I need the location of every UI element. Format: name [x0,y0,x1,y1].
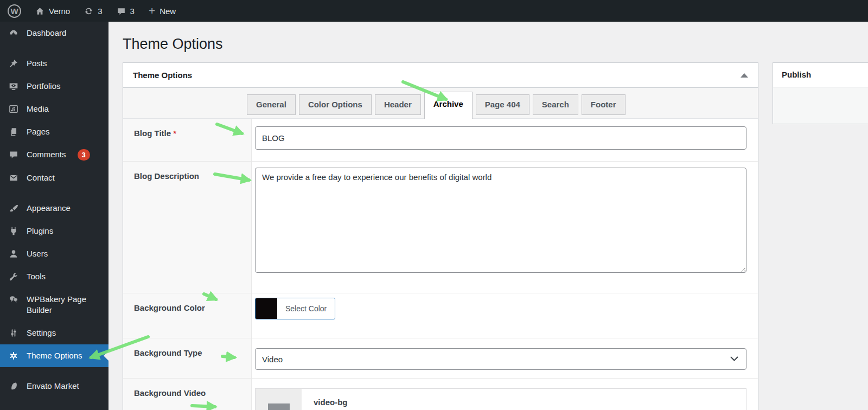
field-label: Background Type [123,338,252,378]
publish-box: Publish [773,62,868,124]
brush-icon [8,203,20,213]
tab-footer[interactable]: Footer [582,94,626,115]
form-row-blog-title: Blog Title * [123,119,758,161]
document-file-icon [268,403,290,410]
sidebar-item-label: Portfolios [27,81,61,92]
field-cell: We provide a free day to experience our … [252,162,758,293]
sidebar-item-label: WPBakery Page Builder [27,294,103,316]
field-cell: Video [252,338,758,378]
field-label: Blog Description [123,162,252,293]
collapse-toggle-icon[interactable] [741,73,748,78]
sidebar-item-label: Dashboard [27,28,66,39]
tab-page-404[interactable]: Page 404 [476,94,529,115]
field-label: Background Color [123,293,252,338]
sidebar-item-label: Media [27,104,49,114]
sidebar-item-label: Comments [27,149,66,160]
sidebar-item-label: Theme Options [27,350,82,361]
metabox-header: Theme Options [123,63,758,88]
sidebar-item-users[interactable]: Users [0,242,108,265]
form-row-background-color: Background Color Select Color [123,293,758,338]
attachment-filename: video-bg [302,389,348,410]
sidebar-item-wpbakery[interactable]: WPBakery Page Builder [0,288,108,322]
site-name-link[interactable]: Verno [35,7,70,16]
background-type-select[interactable]: Video [255,348,746,370]
pages-icon [8,127,20,137]
gear-icon [8,351,20,361]
media-icon [8,104,20,114]
page-title: Theme Options [108,22,868,53]
tab-strip: General Color Options Header Archive Pag… [123,88,758,119]
updates-count: 3 [98,7,102,16]
sidebar-item-envato-market[interactable]: Envato Market [0,375,108,398]
sidebar-item-label: Users [27,248,48,259]
wordpress-menu[interactable]: W [8,4,21,18]
sidebar-item-label: Pages [27,126,50,137]
blog-description-textarea[interactable]: We provide a free day to experience our … [255,168,746,273]
sidebar-item-label: Plugins [27,226,53,236]
tab-header[interactable]: Header [375,94,421,115]
form-row-background-video: Background Video video-bg [123,378,758,410]
color-swatch [256,298,277,319]
sidebar-item-label: Posts [27,58,47,69]
tab-archive[interactable]: Archive [424,92,473,119]
field-cell: Select Color [252,293,758,338]
envato-leaf-icon [8,381,20,391]
background-video-attachment[interactable]: video-bg [255,388,746,410]
form-row-blog-description: Blog Description We provide a free day t… [123,161,758,293]
site-name: Verno [49,7,70,16]
sidebar-item-label: Settings [27,328,56,338]
new-content-link[interactable]: + New [149,6,176,16]
user-icon [8,249,20,259]
wordpress-logo-icon: W [8,4,21,18]
tab-general[interactable]: General [247,94,296,115]
comment-bubble-icon [117,7,126,16]
menu-separator [0,44,108,52]
publish-box-body [773,87,868,124]
tab-color-options[interactable]: Color Options [299,94,372,115]
sidebar-item-theme-options[interactable]: Theme Options [0,344,108,367]
sidebar-item-media[interactable]: Media [0,98,108,120]
sidebar-item-posts[interactable]: Posts [0,52,108,75]
field-cell [252,119,758,161]
sidebar-item-label: Contact [27,172,55,183]
sidebar-item-tools[interactable]: Tools [0,265,108,288]
sidebar-item-portfolios[interactable]: Portfolios [0,75,108,98]
sidebar-item-pages[interactable]: Pages [0,120,108,143]
color-picker-button[interactable]: Select Color [255,298,335,319]
field-label: Blog Title * [123,119,252,161]
metabox-title: Theme Options [133,71,741,80]
adminbar-comments-count: 3 [130,7,135,16]
sidebar-item-dashboard[interactable]: Dashboard [0,22,108,44]
attachment-thumbnail [256,389,302,410]
menu-separator [0,189,108,197]
plus-icon: + [149,5,155,16]
background-type-value: Video [262,355,283,364]
sidebar-item-contact[interactable]: Contact [0,166,108,189]
sidebar-item-settings[interactable]: Settings [0,322,108,344]
admin-bar: W Verno 3 3 + New [0,0,868,22]
comments-bubble-icon [8,150,20,159]
sidebar-item-comments[interactable]: Comments 3 [0,143,108,166]
sidebar-item-label: Appearance [27,203,71,214]
background-type-label: Background Type [134,348,202,357]
sidebar-item-plugins[interactable]: Plugins [0,220,108,242]
required-asterisk: * [173,129,176,138]
sidebar-item-appearance[interactable]: Appearance [0,197,108,220]
field-cell: video-bg [252,379,758,410]
updates-icon [84,7,93,16]
sidebar-item-label: Envato Market [27,381,79,392]
updates-link[interactable]: 3 [84,7,102,16]
blog-title-label: Blog Title [134,129,171,138]
select-color-label: Select Color [277,298,335,319]
field-label: Background Video [123,379,252,410]
plug-icon [8,226,20,236]
tab-search[interactable]: Search [533,94,578,115]
portfolio-screen-eye-icon [8,81,20,91]
menu-separator [0,367,108,375]
form-row-background-type: Background Type Video [123,338,758,378]
background-video-label: Background Video [134,388,206,398]
blog-title-input[interactable] [255,126,746,150]
admin-sidebar: Dashboard Posts Portfolios Media Pages C… [0,22,108,410]
sidebar-item-label: Tools [27,271,46,282]
comments-link[interactable]: 3 [117,7,135,16]
